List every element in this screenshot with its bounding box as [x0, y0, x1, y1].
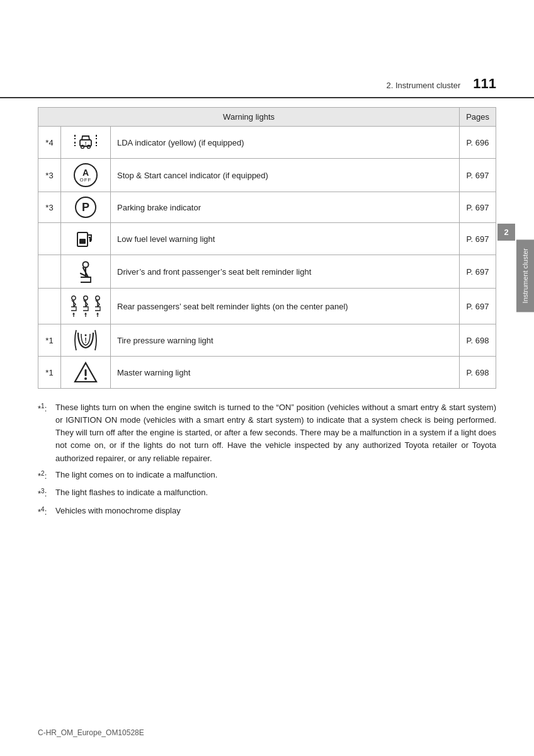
footnote-ref-2: *2:	[38, 469, 55, 483]
table-header-pages: Pages	[460, 108, 496, 127]
row-page: P. 698	[460, 324, 496, 357]
footer: C-HR_OM_Europe_OM10528E	[38, 728, 144, 737]
footnote-ref-4: *4:	[38, 505, 55, 518]
table-row: Low fuel level warning light P. 697	[38, 223, 496, 255]
table-row: *3 A OFF Stop & Start cancel indicator (…	[38, 159, 496, 192]
master-warning-icon	[74, 361, 98, 384]
footnote-1: *1: These lights turn on when the engine…	[38, 401, 496, 465]
footnote-text-2: The light comes on to indicate a malfunc…	[55, 469, 496, 481]
main-content: Warning lights Pages *4	[0, 98, 534, 535]
svg-point-6	[88, 146, 91, 149]
sidebar-tab: Instrument cluster	[516, 239, 534, 312]
header: 2. Instrument cluster 111	[0, 0, 534, 98]
table-row: Driver’s and front passenger’s seat belt…	[38, 255, 496, 289]
fuel-icon	[75, 227, 96, 250]
row-icon: P	[61, 192, 111, 223]
svg-rect-9	[79, 239, 86, 244]
svg-point-5	[81, 146, 84, 149]
footnote-text-4: Vehicles with monochrome display	[55, 505, 496, 517]
row-note	[38, 289, 61, 324]
row-page: P. 697	[460, 289, 496, 324]
table-row: *3 P Parking brake indicator P. 697	[38, 192, 496, 223]
footnote-ref-3: *3:	[38, 486, 55, 500]
row-description: Tire pressure warning light	[111, 324, 460, 357]
page-container: 2. Instrument cluster 111 2 Instrument c…	[0, 0, 534, 756]
svg-text:!: !	[85, 140, 87, 146]
row-page: P. 697	[460, 159, 496, 192]
row-page: P. 697	[460, 192, 496, 223]
page-number: 111	[473, 76, 496, 92]
stop-start-icon: A OFF	[74, 163, 98, 187]
table-row: *4	[38, 127, 496, 159]
row-icon	[61, 223, 111, 255]
row-note: *1	[38, 324, 61, 357]
footnote-ref-1: *1:	[38, 401, 55, 415]
svg-rect-10	[89, 239, 91, 242]
row-note: *4	[38, 127, 61, 159]
row-note	[38, 255, 61, 289]
svg-marker-17	[84, 312, 87, 314]
row-icon: !	[61, 127, 111, 159]
row-note: *1	[38, 357, 61, 389]
parking-icon: P	[75, 197, 96, 218]
chapter-label: 2. Instrument cluster	[387, 81, 461, 90]
row-description: Low fuel level warning light	[111, 223, 460, 255]
warning-table: Warning lights Pages *4	[38, 107, 496, 389]
svg-point-19	[96, 296, 99, 300]
row-note: *3	[38, 159, 61, 192]
svg-marker-20	[96, 312, 99, 314]
row-page: P. 697	[460, 255, 496, 289]
row-description: Parking brake indicator	[111, 192, 460, 223]
table-header-warning: Warning lights	[38, 108, 460, 127]
svg-point-23	[85, 335, 87, 336]
footnote-4: *4: Vehicles with monochrome display	[38, 505, 496, 518]
row-description: Stop & Start cancel indicator (if equipp…	[111, 159, 460, 192]
row-note	[38, 223, 61, 255]
rear-seatbelt-icon	[67, 293, 104, 319]
tire-pressure-icon: !	[73, 329, 98, 352]
svg-rect-25	[85, 369, 87, 376]
row-description: Master warning light	[111, 357, 460, 389]
footer-text: C-HR_OM_Europe_OM10528E	[38, 728, 144, 737]
row-description: Driver’s and front passenger’s seat belt…	[111, 255, 460, 289]
svg-marker-14	[72, 312, 75, 314]
row-icon: A OFF	[61, 159, 111, 192]
row-page: P. 697	[460, 223, 496, 255]
row-description: LDA indicator (yellow) (if equipped)	[111, 127, 460, 159]
row-icon	[61, 255, 111, 289]
row-page: P. 698	[460, 357, 496, 389]
row-note: *3	[38, 192, 61, 223]
footnotes: *1: These lights turn on when the engine…	[38, 399, 496, 518]
sidebar-number: 2	[497, 224, 515, 241]
footnote-2: *2: The light comes on to indicate a mal…	[38, 469, 496, 483]
svg-text:!: !	[84, 336, 87, 344]
footnote-text-3: The light flashes to indicate a malfunct…	[55, 486, 496, 499]
footnote-3: *3: The light flashes to indicate a malf…	[38, 486, 496, 500]
row-icon: !	[61, 324, 111, 357]
table-row: *1 !	[38, 324, 496, 357]
svg-point-26	[84, 377, 87, 380]
svg-point-12	[83, 262, 89, 268]
row-page: P. 696	[460, 127, 496, 159]
svg-point-16	[84, 296, 88, 300]
seatbelt-icon	[74, 260, 97, 284]
table-row: Rear passengers’ seat belt reminder ligh…	[38, 289, 496, 324]
row-icon	[61, 289, 111, 324]
svg-point-13	[72, 296, 76, 300]
footnote-text-1: These lights turn on when the engine swi…	[55, 401, 496, 465]
row-icon	[61, 357, 111, 389]
table-row: *1 Master	[38, 357, 496, 389]
row-description: Rear passengers’ seat belt reminder ligh…	[111, 289, 460, 324]
lda-icon: !	[72, 131, 99, 154]
